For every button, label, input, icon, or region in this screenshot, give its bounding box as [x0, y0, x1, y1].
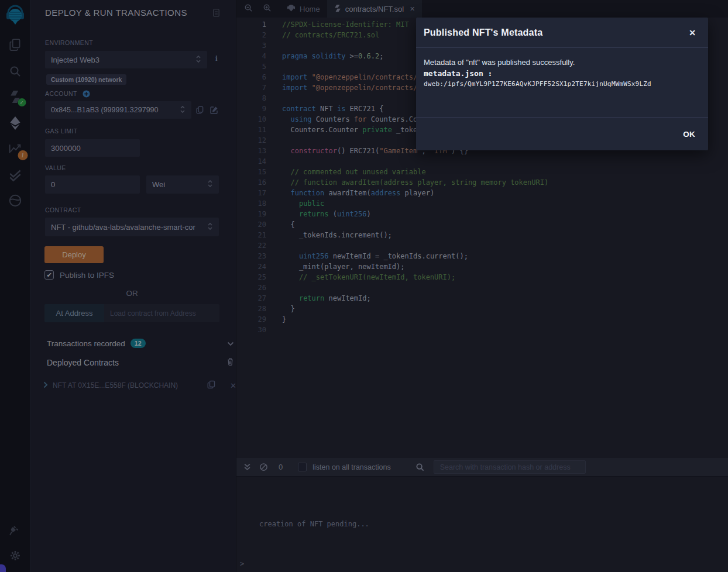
modal-filename: metadata.json :	[424, 69, 700, 78]
published-metadata-modal: Published NFT's Metadata ✕ Metadata of "…	[416, 18, 708, 150]
modal-title: Published NFT's Metadata	[424, 27, 542, 38]
modal-header: Published NFT's Metadata ✕	[416, 18, 708, 48]
modal-body: Metadata of "nft" was published successf…	[416, 48, 708, 117]
modal-message: Metadata of "nft" was published successf…	[424, 58, 700, 67]
modal-ipfs-url: dweb:/ipfs/QmYL9P1Z7KE6AQvKJPFF52SX1p2TE…	[424, 80, 700, 88]
ok-button[interactable]: OK	[683, 130, 695, 139]
modal-footer: OK	[416, 117, 708, 150]
remix-ide-window: ✓ 1	[0, 0, 728, 572]
modal-close-icon[interactable]: ✕	[684, 26, 700, 40]
